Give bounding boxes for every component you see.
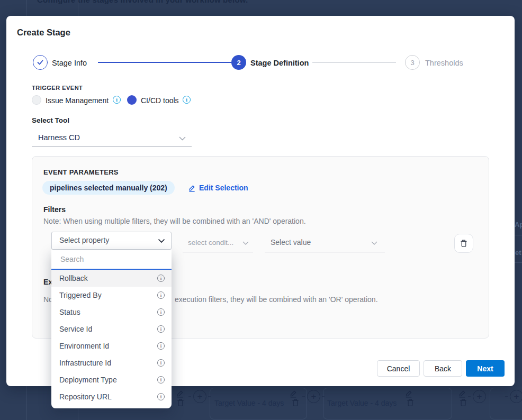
dropdown-item-label: Repository URL [59,392,112,401]
trash-icon [460,239,468,248]
condition-select-placeholder[interactable]: select condit... [188,239,233,246]
info-icon[interactable]: i [157,291,165,299]
screen: Configure the stages involved in your wo… [0,0,522,420]
radio-cicd-tools[interactable] [127,95,137,105]
trash-icon [176,398,185,407]
pipelines-selected-badge: pipelines selected manually (202) [42,181,175,195]
background-workflow-caption: Configure the stages involved in your wo… [37,0,248,4]
info-icon[interactable]: i [157,359,165,367]
step-thresholds-indicator[interactable]: 3 [405,55,420,70]
radio-cicd-tools-label[interactable]: CI/CD tools [141,96,179,105]
stepper-connector [312,62,396,63]
execution-note-suffix: execution filters, they will be combined… [175,295,378,304]
step-thresholds-label[interactable]: Thresholds [425,59,463,67]
add-threshold-icon: + [307,390,320,403]
select-tool-label: Select Tool [32,116,69,124]
connector-dash [322,396,325,397]
dropdown-item-status[interactable]: Status i [51,304,172,321]
dropdown-item-label: Infrastructure Id [59,359,111,367]
edit-icon [404,389,413,398]
check-icon [37,59,44,66]
background-divider [515,262,522,263]
trash-icon [406,398,415,407]
connector-dash [505,396,508,397]
step-stage-definition-label[interactable]: Stage Definition [250,59,309,67]
trigger-event-label: TRIGGER EVENT [32,85,83,91]
connector-dash [468,396,471,397]
connector-dash [188,396,191,397]
radio-issue-management[interactable] [32,95,41,105]
connector-dash [208,396,211,397]
add-threshold-icon: + [473,390,486,403]
select-underline [183,252,253,252]
dropdown-item-service-id[interactable]: Service Id i [51,321,172,337]
edit-selection-label: Edit Selection [199,184,248,192]
threshold-card-label: Target Value - 4 days [214,399,284,407]
filters-heading: Filters [43,205,66,214]
delete-filter-button[interactable] [454,234,473,253]
select-underline [32,147,192,147]
dropdown-item-environment-id[interactable]: Environment Id i [51,337,172,354]
event-parameters-heading: EVENT PARAMETERS [43,168,119,176]
background-text-fragment: et [515,249,521,257]
info-icon[interactable]: i [157,342,165,350]
value-select-placeholder[interactable]: Select value [271,238,311,246]
info-icon[interactable]: i [157,393,165,400]
add-threshold-icon: + [193,390,206,403]
tool-select-value[interactable]: Harness CD [38,133,80,142]
chevron-down-icon[interactable] [371,241,377,245]
background-divider [515,235,522,235]
next-button[interactable]: Next [466,360,505,377]
dialog-title: Create Stage [17,28,70,38]
stepper-connector [98,62,231,63]
back-button[interactable]: Back [424,360,462,377]
threshold-card-label: Target Value - 4 days [327,399,397,407]
trash-icon [459,398,467,407]
step-stage-definition-indicator[interactable]: 2 [231,55,246,70]
chevron-down-icon[interactable] [242,241,249,245]
info-icon[interactable]: i [183,96,191,104]
property-dropdown: Rollback i Triggered By i Status i Servi… [51,250,172,408]
edit-icon [289,389,298,398]
edit-icon [458,389,466,398]
cancel-button[interactable]: Cancel [377,360,420,377]
property-select-placeholder: Select property [59,236,109,244]
edit-selection-link[interactable]: Edit Selection [188,184,248,192]
background-text-fragment: Ap [515,221,522,229]
info-icon[interactable]: i [157,275,165,282]
info-icon[interactable]: i [157,376,165,384]
step-stage-info-label[interactable]: Stage Info [52,59,87,67]
dropdown-item-deployment-type[interactable]: Deployment Type i [51,371,172,388]
dropdown-item-label: Environment Id [59,342,109,350]
dropdown-item-label: Deployment Type [59,376,117,384]
dropdown-item-label: Rollback [59,274,88,282]
dropdown-item-label: Triggered By [59,291,102,299]
radio-issue-management-label[interactable]: Issue Management [46,96,109,105]
search-input[interactable] [59,254,164,264]
chevron-down-icon[interactable] [158,239,165,243]
edit-icon [188,184,196,192]
chevron-down-icon[interactable] [179,136,186,141]
step-stage-info-indicator[interactable] [33,55,48,70]
dropdown-item-rollback[interactable]: Rollback i [51,270,172,287]
info-icon[interactable]: i [157,308,165,316]
dropdown-item-triggered-by[interactable]: Triggered By i [51,287,172,304]
connector-dash [302,396,305,397]
info-icon[interactable]: i [157,325,165,333]
dropdown-search [51,250,172,270]
dropdown-item-label: Service Id [59,325,92,333]
select-underline [265,252,385,252]
filters-note: Note: When using multiple filters, they … [43,217,306,225]
dropdown-item-repository-url[interactable]: Repository URL i [51,388,172,405]
dropdown-item-infrastructure-id[interactable]: Infrastructure Id i [51,354,172,371]
trash-icon [291,398,300,407]
add-threshold-icon: + [510,390,522,403]
edit-icon [176,389,184,398]
info-icon[interactable]: i [113,96,121,104]
dropdown-item-label: Status [59,308,80,316]
